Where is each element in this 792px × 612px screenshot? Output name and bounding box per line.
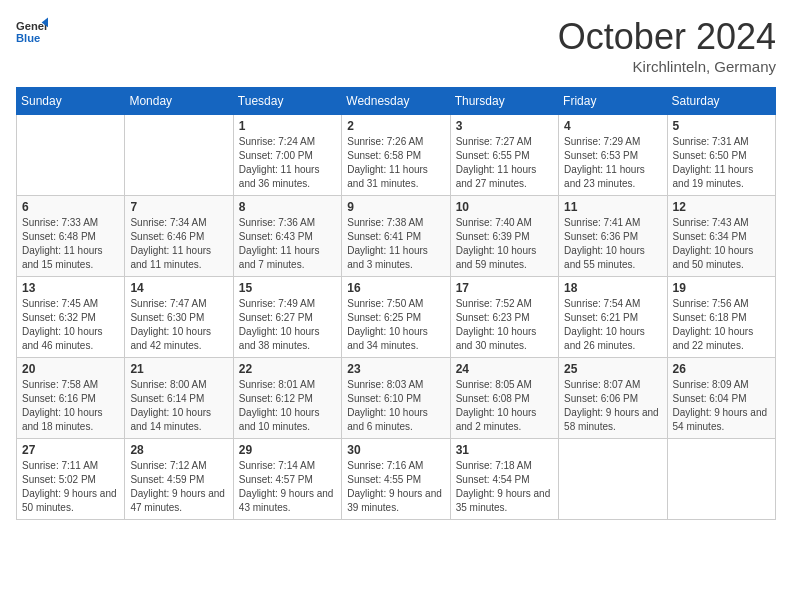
logo: General Blue xyxy=(16,16,48,48)
day-number: 18 xyxy=(564,281,661,295)
day-number: 20 xyxy=(22,362,119,376)
day-info: Sunrise: 8:00 AMSunset: 6:14 PMDaylight:… xyxy=(130,378,227,434)
day-number: 30 xyxy=(347,443,444,457)
day-info: Sunrise: 7:54 AMSunset: 6:21 PMDaylight:… xyxy=(564,297,661,353)
calendar-cell: 22Sunrise: 8:01 AMSunset: 6:12 PMDayligh… xyxy=(233,358,341,439)
page-header: General Blue October 2024 Kirchlinteln, … xyxy=(16,16,776,75)
day-number: 27 xyxy=(22,443,119,457)
calendar-cell xyxy=(125,115,233,196)
day-number: 21 xyxy=(130,362,227,376)
calendar-cell: 2Sunrise: 7:26 AMSunset: 6:58 PMDaylight… xyxy=(342,115,450,196)
calendar-week-row: 1Sunrise: 7:24 AMSunset: 7:00 PMDaylight… xyxy=(17,115,776,196)
calendar-cell: 6Sunrise: 7:33 AMSunset: 6:48 PMDaylight… xyxy=(17,196,125,277)
day-number: 15 xyxy=(239,281,336,295)
calendar-cell: 8Sunrise: 7:36 AMSunset: 6:43 PMDaylight… xyxy=(233,196,341,277)
day-info: Sunrise: 7:47 AMSunset: 6:30 PMDaylight:… xyxy=(130,297,227,353)
calendar-cell: 21Sunrise: 8:00 AMSunset: 6:14 PMDayligh… xyxy=(125,358,233,439)
weekday-header: Sunday xyxy=(17,88,125,115)
calendar-cell: 27Sunrise: 7:11 AMSunset: 5:02 PMDayligh… xyxy=(17,439,125,520)
month-title: October 2024 xyxy=(558,16,776,58)
day-number: 24 xyxy=(456,362,553,376)
calendar-cell: 13Sunrise: 7:45 AMSunset: 6:32 PMDayligh… xyxy=(17,277,125,358)
day-number: 14 xyxy=(130,281,227,295)
day-number: 7 xyxy=(130,200,227,214)
day-info: Sunrise: 8:03 AMSunset: 6:10 PMDaylight:… xyxy=(347,378,444,434)
day-number: 2 xyxy=(347,119,444,133)
day-info: Sunrise: 7:52 AMSunset: 6:23 PMDaylight:… xyxy=(456,297,553,353)
header-row: SundayMondayTuesdayWednesdayThursdayFrid… xyxy=(17,88,776,115)
logo-icon: General Blue xyxy=(16,16,48,48)
calendar-cell: 15Sunrise: 7:49 AMSunset: 6:27 PMDayligh… xyxy=(233,277,341,358)
day-info: Sunrise: 7:34 AMSunset: 6:46 PMDaylight:… xyxy=(130,216,227,272)
weekday-header: Thursday xyxy=(450,88,558,115)
calendar-cell xyxy=(667,439,775,520)
calendar-cell: 28Sunrise: 7:12 AMSunset: 4:59 PMDayligh… xyxy=(125,439,233,520)
calendar-cell: 20Sunrise: 7:58 AMSunset: 6:16 PMDayligh… xyxy=(17,358,125,439)
day-info: Sunrise: 8:09 AMSunset: 6:04 PMDaylight:… xyxy=(673,378,770,434)
day-number: 5 xyxy=(673,119,770,133)
day-info: Sunrise: 7:49 AMSunset: 6:27 PMDaylight:… xyxy=(239,297,336,353)
day-number: 11 xyxy=(564,200,661,214)
calendar-cell: 3Sunrise: 7:27 AMSunset: 6:55 PMDaylight… xyxy=(450,115,558,196)
day-info: Sunrise: 7:43 AMSunset: 6:34 PMDaylight:… xyxy=(673,216,770,272)
day-info: Sunrise: 7:50 AMSunset: 6:25 PMDaylight:… xyxy=(347,297,444,353)
calendar-cell: 19Sunrise: 7:56 AMSunset: 6:18 PMDayligh… xyxy=(667,277,775,358)
day-info: Sunrise: 8:01 AMSunset: 6:12 PMDaylight:… xyxy=(239,378,336,434)
calendar-cell: 12Sunrise: 7:43 AMSunset: 6:34 PMDayligh… xyxy=(667,196,775,277)
day-number: 26 xyxy=(673,362,770,376)
calendar-cell: 16Sunrise: 7:50 AMSunset: 6:25 PMDayligh… xyxy=(342,277,450,358)
day-info: Sunrise: 8:05 AMSunset: 6:08 PMDaylight:… xyxy=(456,378,553,434)
day-info: Sunrise: 7:24 AMSunset: 7:00 PMDaylight:… xyxy=(239,135,336,191)
calendar-table: SundayMondayTuesdayWednesdayThursdayFrid… xyxy=(16,87,776,520)
day-number: 9 xyxy=(347,200,444,214)
day-info: Sunrise: 7:27 AMSunset: 6:55 PMDaylight:… xyxy=(456,135,553,191)
calendar-cell: 10Sunrise: 7:40 AMSunset: 6:39 PMDayligh… xyxy=(450,196,558,277)
day-number: 28 xyxy=(130,443,227,457)
weekday-header: Saturday xyxy=(667,88,775,115)
day-number: 19 xyxy=(673,281,770,295)
day-number: 13 xyxy=(22,281,119,295)
day-info: Sunrise: 7:14 AMSunset: 4:57 PMDaylight:… xyxy=(239,459,336,515)
calendar-cell: 7Sunrise: 7:34 AMSunset: 6:46 PMDaylight… xyxy=(125,196,233,277)
day-info: Sunrise: 7:36 AMSunset: 6:43 PMDaylight:… xyxy=(239,216,336,272)
weekday-header: Friday xyxy=(559,88,667,115)
calendar-cell: 25Sunrise: 8:07 AMSunset: 6:06 PMDayligh… xyxy=(559,358,667,439)
calendar-week-row: 13Sunrise: 7:45 AMSunset: 6:32 PMDayligh… xyxy=(17,277,776,358)
day-info: Sunrise: 7:16 AMSunset: 4:55 PMDaylight:… xyxy=(347,459,444,515)
weekday-header: Wednesday xyxy=(342,88,450,115)
day-info: Sunrise: 7:58 AMSunset: 6:16 PMDaylight:… xyxy=(22,378,119,434)
weekday-header: Tuesday xyxy=(233,88,341,115)
day-number: 17 xyxy=(456,281,553,295)
calendar-cell: 9Sunrise: 7:38 AMSunset: 6:41 PMDaylight… xyxy=(342,196,450,277)
day-info: Sunrise: 7:18 AMSunset: 4:54 PMDaylight:… xyxy=(456,459,553,515)
calendar-cell xyxy=(559,439,667,520)
calendar-cell: 29Sunrise: 7:14 AMSunset: 4:57 PMDayligh… xyxy=(233,439,341,520)
title-block: October 2024 Kirchlinteln, Germany xyxy=(558,16,776,75)
day-info: Sunrise: 7:26 AMSunset: 6:58 PMDaylight:… xyxy=(347,135,444,191)
day-number: 12 xyxy=(673,200,770,214)
day-number: 29 xyxy=(239,443,336,457)
day-number: 6 xyxy=(22,200,119,214)
calendar-cell: 26Sunrise: 8:09 AMSunset: 6:04 PMDayligh… xyxy=(667,358,775,439)
day-info: Sunrise: 7:56 AMSunset: 6:18 PMDaylight:… xyxy=(673,297,770,353)
day-number: 16 xyxy=(347,281,444,295)
day-number: 22 xyxy=(239,362,336,376)
day-number: 23 xyxy=(347,362,444,376)
calendar-week-row: 6Sunrise: 7:33 AMSunset: 6:48 PMDaylight… xyxy=(17,196,776,277)
day-number: 1 xyxy=(239,119,336,133)
day-info: Sunrise: 7:38 AMSunset: 6:41 PMDaylight:… xyxy=(347,216,444,272)
calendar-week-row: 20Sunrise: 7:58 AMSunset: 6:16 PMDayligh… xyxy=(17,358,776,439)
calendar-week-row: 27Sunrise: 7:11 AMSunset: 5:02 PMDayligh… xyxy=(17,439,776,520)
weekday-header: Monday xyxy=(125,88,233,115)
calendar-cell: 14Sunrise: 7:47 AMSunset: 6:30 PMDayligh… xyxy=(125,277,233,358)
day-info: Sunrise: 7:33 AMSunset: 6:48 PMDaylight:… xyxy=(22,216,119,272)
day-info: Sunrise: 7:12 AMSunset: 4:59 PMDaylight:… xyxy=(130,459,227,515)
calendar-cell: 31Sunrise: 7:18 AMSunset: 4:54 PMDayligh… xyxy=(450,439,558,520)
calendar-cell: 18Sunrise: 7:54 AMSunset: 6:21 PMDayligh… xyxy=(559,277,667,358)
day-number: 31 xyxy=(456,443,553,457)
location: Kirchlinteln, Germany xyxy=(558,58,776,75)
day-info: Sunrise: 7:11 AMSunset: 5:02 PMDaylight:… xyxy=(22,459,119,515)
day-info: Sunrise: 7:40 AMSunset: 6:39 PMDaylight:… xyxy=(456,216,553,272)
day-info: Sunrise: 8:07 AMSunset: 6:06 PMDaylight:… xyxy=(564,378,661,434)
day-number: 3 xyxy=(456,119,553,133)
